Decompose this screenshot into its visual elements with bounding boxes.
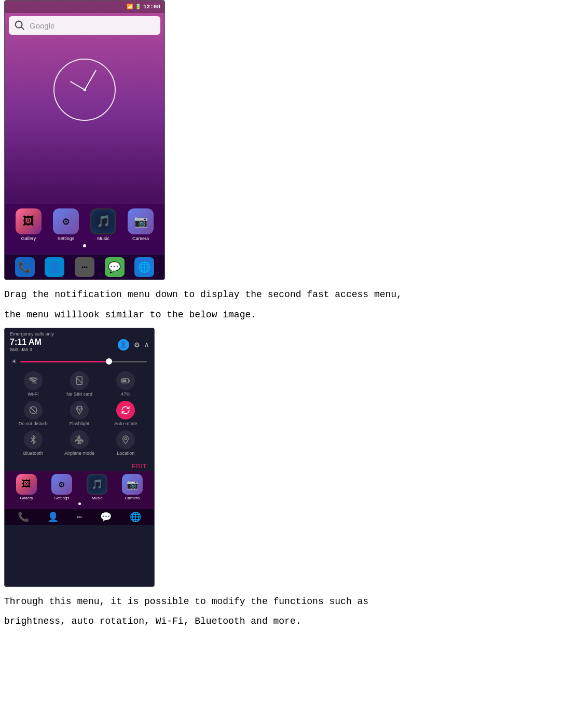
camera-label: Camera — [132, 236, 149, 241]
autorotate-icon — [116, 401, 135, 419]
clock-area — [5, 38, 164, 142]
notif-chevron-icon[interactable]: ∧ — [145, 340, 149, 349]
bottom-nav-1: 📞 👤 ⋯ 💬 🌐 — [5, 255, 164, 279]
app-settings[interactable]: ⚙ Settings — [53, 208, 79, 241]
phone2-camera[interactable]: 📷 Camera — [122, 474, 143, 500]
phone2-nav-browser[interactable]: 🌐 — [130, 511, 141, 523]
notif-gear-icon[interactable]: ⚙ — [134, 340, 140, 350]
nav-contacts-icon[interactable]: 👤 — [45, 257, 64, 277]
toggle-wifi[interactable]: Wi-Fi — [15, 371, 52, 397]
app-camera[interactable]: 📷 Camera — [128, 208, 154, 241]
location-label: Location — [117, 451, 134, 456]
brightness-thumb — [106, 358, 112, 365]
analog-clock — [53, 59, 116, 121]
dock-dot — [83, 244, 86, 247]
phone2-bottom-nav: 📞 👤 ⋯ 💬 🌐 — [5, 509, 154, 525]
notif-date: Sun, Jan 3 — [10, 347, 42, 352]
nav-phone-icon[interactable]: 📞 — [15, 257, 35, 277]
donotdisturb-label: Do not disturb — [19, 421, 48, 426]
phone2-settings[interactable]: ⚙ Settings — [51, 474, 72, 500]
brightness-slider[interactable] — [20, 361, 147, 362]
wifi-icon — [24, 371, 43, 390]
toggle-row-3: Bluetooth Airplane mode Location — [10, 430, 149, 456]
svg-line-5 — [77, 377, 83, 383]
search-icon — [14, 20, 25, 31]
gallery-icon: 🖼 — [16, 208, 42, 234]
toggle-airplane[interactable]: Airplane mode — [61, 430, 98, 456]
edit-row: EDIT — [5, 462, 154, 471]
status-time: 12:08 — [143, 4, 160, 10]
toggle-row-2: Do not disturb Flashlight Auto-rotate — [10, 401, 149, 426]
phone2-app-grid: 🖼 Gallery ⚙ Settings 🎵 Music 📷 Camera — [9, 474, 150, 500]
donotdisturb-icon — [24, 401, 43, 419]
phone-screenshot-1: 📶 🔋 12:08 Google 🖼 — [4, 0, 165, 280]
paragraph-2: the menu willlook similar to the below i… — [4, 307, 573, 323]
music-label: Music — [97, 236, 109, 241]
svg-line-1 — [21, 27, 24, 30]
music-icon: 🎵 — [90, 208, 116, 234]
svg-point-18 — [125, 437, 127, 439]
phone2-nav-apps[interactable]: ⋯ — [77, 511, 83, 523]
toggle-nosim[interactable]: No SIM card — [61, 371, 98, 397]
phone2-camera-label: Camera — [125, 496, 140, 500]
paragraph-3: Through this menu, it is possible to mod… — [4, 594, 573, 609]
search-placeholder: Google — [30, 21, 54, 30]
toggle-autorotate[interactable]: Auto-rotate — [107, 401, 144, 426]
clock-minute-hand — [84, 70, 96, 90]
nav-messages-icon[interactable]: 💬 — [105, 257, 125, 277]
status-icons: 📶 🔋 12:08 — [127, 4, 160, 10]
toggle-row-1: Wi-Fi No SIM card 47% — [10, 371, 149, 397]
quick-toggles: Wi-Fi No SIM card 47% — [5, 369, 154, 462]
app-gallery[interactable]: 🖼 Gallery — [16, 208, 42, 241]
notif-time-block: 7:11 AM Sun, Jan 3 — [10, 338, 42, 352]
phone2-gallery[interactable]: 🖼 Gallery — [16, 474, 37, 500]
notif-header: Emergency calls only 7:11 AM Sun, Jan 3 … — [5, 328, 154, 354]
phone2-nav-contacts[interactable]: 👤 — [47, 511, 59, 523]
svg-point-0 — [16, 21, 22, 28]
airplane-icon — [70, 430, 89, 449]
phone2-gallery-label: Gallery — [20, 496, 33, 500]
flashlight-icon — [70, 401, 89, 419]
nosim-icon — [70, 371, 89, 390]
phone2-dock-dot — [78, 502, 81, 505]
search-bar[interactable]: Google — [9, 16, 160, 35]
sim-icon: 📶 — [127, 4, 133, 10]
app-music[interactable]: 🎵 Music — [90, 208, 116, 241]
battery-toggle-icon — [116, 371, 135, 390]
toggle-bluetooth[interactable]: Bluetooth — [15, 430, 52, 456]
phone2-camera-icon: 📷 — [122, 474, 143, 495]
nav-browser-icon[interactable]: 🌐 — [134, 257, 154, 277]
bluetooth-label: Bluetooth — [23, 451, 43, 456]
location-icon — [116, 430, 135, 449]
toggle-location[interactable]: Location — [107, 430, 144, 456]
camera-icon: 📷 — [128, 208, 154, 234]
toggle-battery[interactable]: 47% — [107, 371, 144, 397]
phone-screenshot-2: Emergency calls only 7:11 AM Sun, Jan 3 … — [4, 328, 155, 587]
toggle-flashlight[interactable]: Flashlight — [61, 401, 98, 426]
wifi-label: Wi-Fi — [28, 391, 38, 397]
phone2-music-icon: 🎵 — [87, 474, 107, 495]
notif-time: 7:11 AM — [10, 338, 42, 347]
svg-line-15 — [77, 406, 78, 409]
phone2-music[interactable]: 🎵 Music — [87, 474, 107, 500]
toggle-donotdisturb[interactable]: Do not disturb — [15, 401, 52, 426]
bluetooth-icon — [24, 430, 43, 449]
phone2-nav-phone[interactable]: 📞 — [18, 511, 29, 523]
brightness-icon: ☀ — [12, 357, 16, 366]
brightness-row: ☀ — [5, 354, 154, 369]
battery-value: 47% — [121, 391, 130, 397]
nav-apps-icon[interactable]: ⋯ — [75, 257, 94, 277]
clock-center — [84, 89, 86, 91]
app-grid-1: 🖼 Gallery ⚙ Settings 🎵 Music 📷 Camera — [10, 208, 159, 241]
phone2-nav-messages[interactable]: 💬 — [100, 511, 112, 523]
edit-button[interactable]: EDIT — [132, 463, 147, 469]
paragraph-1: Drag the notification menu down to displ… — [4, 287, 573, 302]
phone2-gallery-icon: 🖼 — [16, 474, 37, 495]
emergency-text: Emergency calls only — [10, 331, 149, 337]
flashlight-label: Flashlight — [70, 421, 90, 426]
status-bar-1: 📶 🔋 12:08 — [5, 1, 164, 13]
battery-icon: 🔋 — [135, 4, 141, 10]
page-container: 📶 🔋 12:08 Google 🖼 — [0, 0, 577, 629]
notif-avatar[interactable]: 👤 — [118, 339, 129, 351]
app-dock-1: 🖼 Gallery ⚙ Settings 🎵 Music 📷 Camera — [5, 204, 164, 254]
